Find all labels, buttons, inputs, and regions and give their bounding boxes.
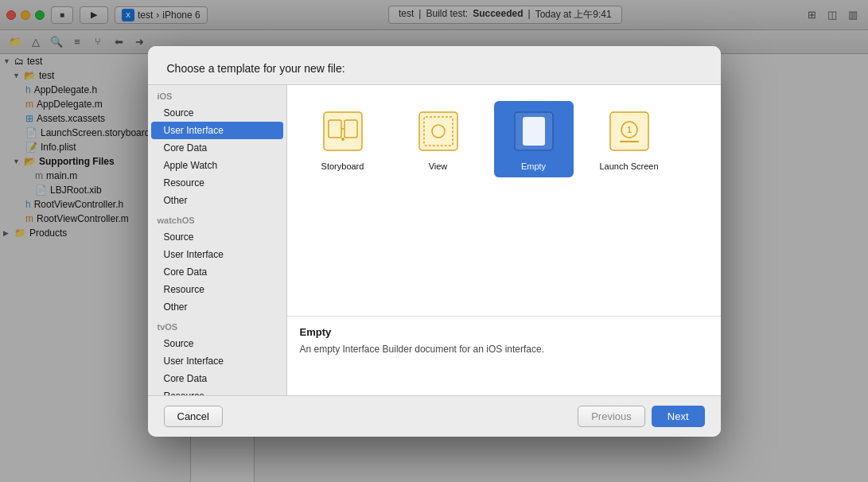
view-template-icon	[415, 107, 462, 155]
empty-label: Empty	[521, 161, 546, 171]
nav-item-tvos-core-data[interactable]: Core Data	[148, 370, 286, 387]
dialog-description: Empty An empty Interface Builder documen…	[287, 316, 721, 395]
svg-text:1: 1	[627, 126, 632, 134]
nav-item-tvos-resource[interactable]: Resource	[148, 387, 286, 395]
nav-item-watchos-resource[interactable]: Resource	[148, 281, 286, 298]
launch-screen-label: Launch Screen	[600, 161, 659, 171]
tvos-section-header: tvOS	[148, 316, 286, 335]
view-label: View	[429, 161, 448, 171]
footer-right-buttons: Previous Next	[578, 406, 704, 427]
dialog-body: iOS Source User Interface Core Data Appl…	[148, 85, 721, 395]
svg-rect-5	[419, 112, 457, 150]
template-storyboard[interactable]: Storyboard	[303, 101, 383, 177]
storyboard-icon	[319, 107, 367, 155]
nav-item-ios-user-interface[interactable]: User Interface	[151, 122, 283, 139]
nav-item-ios-source[interactable]: Source	[148, 104, 286, 122]
dialog-header: Choose a template for your new file:	[148, 46, 721, 85]
cancel-button[interactable]: Cancel	[164, 406, 223, 427]
description-title: Empty	[300, 326, 708, 338]
template-empty[interactable]: Empty	[494, 101, 574, 177]
nav-item-ios-other[interactable]: Other	[148, 192, 286, 209]
nav-item-ios-resource[interactable]: Resource	[148, 174, 286, 192]
svg-point-4	[341, 138, 344, 141]
template-view[interactable]: View	[399, 101, 478, 177]
nav-item-tvos-source[interactable]: Source	[148, 335, 286, 352]
nav-item-watchos-user-interface[interactable]: User Interface	[148, 246, 286, 263]
svg-rect-14	[620, 141, 639, 142]
watchos-section-header: watchOS	[148, 209, 286, 228]
templates-grid: Storyboard View	[287, 85, 721, 316]
nav-item-tvos-user-interface[interactable]: User Interface	[148, 352, 286, 370]
previous-button[interactable]: Previous	[578, 406, 645, 427]
launch-screen-icon: 1	[605, 107, 653, 155]
dialog-title: Choose a template for your new file:	[167, 62, 345, 75]
storyboard-label: Storyboard	[321, 161, 364, 171]
nav-item-watchos-other[interactable]: Other	[148, 298, 286, 316]
template-launch-screen[interactable]: 1 Launch Screen	[590, 101, 669, 177]
dialog-content: Storyboard View	[287, 85, 721, 395]
dialog-nav: iOS Source User Interface Core Data Appl…	[148, 85, 287, 395]
svg-rect-0	[324, 112, 362, 150]
ios-section-header: iOS	[148, 85, 286, 104]
svg-rect-9	[523, 117, 545, 146]
nav-item-watchos-core-data[interactable]: Core Data	[148, 263, 286, 281]
new-file-dialog: Choose a template for your new file: iOS…	[148, 46, 721, 437]
dialog-footer: Cancel Previous Next	[148, 395, 721, 437]
description-text: An empty Interface Builder document for …	[300, 343, 708, 356]
nav-item-watchos-source[interactable]: Source	[148, 228, 286, 246]
nav-item-ios-core-data[interactable]: Core Data	[148, 139, 286, 157]
dialog-overlay: Choose a template for your new file: iOS…	[0, 0, 868, 482]
next-button[interactable]: Next	[652, 406, 705, 427]
svg-rect-10	[526, 114, 542, 117]
nav-item-ios-apple-watch[interactable]: Apple Watch	[148, 157, 286, 174]
empty-template-icon	[510, 107, 558, 155]
